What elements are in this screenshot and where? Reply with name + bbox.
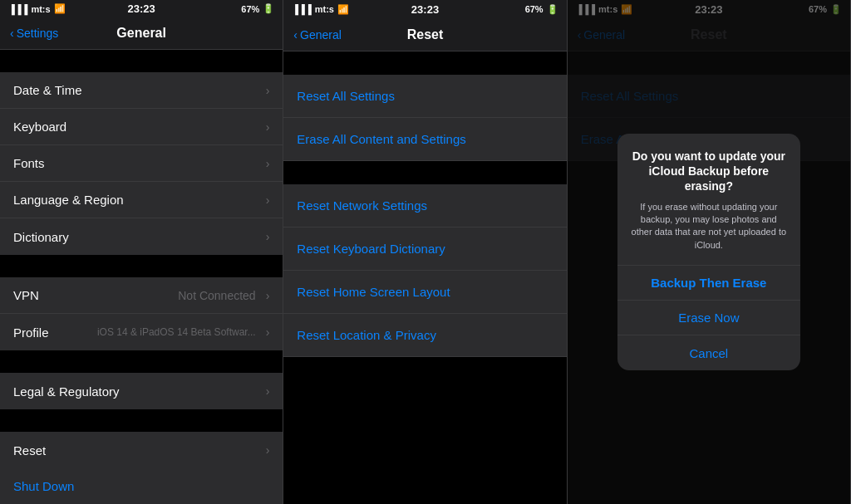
erase-all-content-label: Erase All Content and Settings (297, 132, 465, 146)
nav-bar-1: ‹ Settings General (0, 18, 283, 51)
battery-icon-1: 🔋 (263, 3, 274, 14)
section-1c: Legal & Regulatory › (0, 373, 283, 409)
vpn-label: VPN (13, 288, 39, 302)
list-item-vpn[interactable]: VPN Not Connected › (0, 277, 283, 314)
back-button-1[interactable]: ‹ Settings (10, 27, 58, 40)
backup-then-erase-button[interactable]: Backup Then Erase (617, 266, 800, 301)
wifi-icon-1: 📶 (54, 3, 66, 14)
list-item-dictionary[interactable]: Dictionary › (0, 218, 283, 255)
reset-all-settings[interactable]: Reset All Settings (283, 75, 566, 118)
chevron-profile: › (266, 325, 270, 339)
dictionary-label: Dictionary (13, 230, 69, 244)
status-right-1: 67% 🔋 (241, 3, 274, 14)
panel-reset-dialog: ▐▐▐ mt:s 📶 23:23 67% 🔋 ‹ General Reset R… (568, 0, 851, 504)
back-label-2: General (300, 28, 342, 42)
list-item-legal[interactable]: Legal & Regulatory › (0, 373, 283, 409)
nav-title-1: General (116, 26, 166, 41)
chevron-vpn: › (266, 289, 270, 302)
vpn-value: Not Connected (178, 289, 255, 302)
reset-network[interactable]: Reset Network Settings (283, 184, 566, 228)
shut-down-item[interactable]: Shut Down (0, 468, 283, 504)
battery-pct-1: 67% (241, 4, 259, 14)
reset-section-1: Reset All Settings Erase All Content and… (283, 75, 566, 161)
separator-1c (0, 350, 283, 373)
reset-keyboard-dict[interactable]: Reset Keyboard Dictionary (283, 228, 566, 271)
status-left-1: ▐▐▐ mt:s 📶 (8, 3, 66, 14)
list-item-language[interactable]: Language & Region › (0, 182, 283, 218)
chevron-legal: › (266, 384, 270, 398)
list-item-profile[interactable]: Profile iOS 14 & iPadOS 14 Beta Softwar.… (0, 314, 283, 350)
time-1: 23:23 (128, 2, 155, 15)
keyboard-label: Keyboard (13, 120, 66, 134)
legal-label: Legal & Regulatory (13, 384, 120, 399)
profile-value: iOS 14 & iPadOS 14 Beta Softwar... (97, 326, 256, 338)
carrier-2: mt:s (315, 4, 334, 14)
dialog-overlay: Do you want to update your iCloud Backup… (568, 0, 850, 504)
list-item-fonts[interactable]: Fonts › (0, 145, 283, 182)
section-1d: Reset › (0, 432, 283, 468)
signal-icon-1: ▐▐▐ (8, 4, 27, 14)
chevron-dictionary: › (266, 230, 270, 243)
reset-home-screen-label: Reset Home Screen Layout (297, 285, 450, 299)
profile-label: Profile (13, 325, 49, 340)
reset-all-settings-label: Reset All Settings (297, 89, 395, 103)
reset-section-2: Reset Network Settings Reset Keyboard Di… (283, 184, 566, 357)
panel-general: ▐▐▐ mt:s 📶 23:23 67% 🔋 ‹ Settings Genera… (0, 0, 283, 504)
list-item-keyboard[interactable]: Keyboard › (0, 109, 283, 145)
nav-title-2: Reset (407, 27, 444, 42)
separator-1a (0, 50, 283, 72)
erase-all-content[interactable]: Erase All Content and Settings (283, 118, 566, 161)
reset-location-privacy-label: Reset Location & Privacy (297, 328, 436, 342)
dialog-content: Do you want to update your iCloud Backup… (617, 134, 800, 265)
wifi-icon-2: 📶 (337, 4, 349, 15)
cancel-button[interactable]: Cancel (617, 335, 800, 370)
chevron-date-time: › (266, 84, 270, 97)
section-1b: VPN Not Connected › Profile iOS 14 & iPa… (0, 277, 283, 350)
fonts-label: Fonts (13, 156, 45, 170)
battery-pct-2: 67% (525, 4, 544, 14)
list-item-date-time[interactable]: Date & Time › (0, 72, 283, 109)
status-left-2: ▐▐▐ mt:s 📶 (292, 4, 349, 15)
section-1a: Date & Time › Keyboard › Fonts › Languag… (0, 72, 283, 255)
status-bar-2: ▐▐▐ mt:s 📶 23:23 67% 🔋 (283, 0, 566, 18)
chevron-back-icon-2: ‹ (293, 28, 298, 42)
shut-down-label: Shut Down (13, 479, 74, 493)
date-time-label: Date & Time (13, 83, 82, 97)
list-item-reset[interactable]: Reset › (0, 432, 283, 468)
chevron-back-icon-1: ‹ (10, 27, 14, 40)
reset-network-label: Reset Network Settings (297, 198, 427, 213)
chevron-fonts: › (266, 157, 270, 170)
carrier-1: mt:s (31, 4, 50, 14)
dialog-title: Do you want to update your iCloud Backup… (631, 149, 787, 194)
separator-2b (283, 161, 566, 184)
status-right-2: 67% 🔋 (525, 4, 558, 15)
reset-location-privacy[interactable]: Reset Location & Privacy (283, 314, 566, 357)
profile-right: iOS 14 & iPadOS 14 Beta Softwar... › (97, 325, 269, 339)
reset-label: Reset (13, 443, 46, 458)
chevron-language: › (266, 193, 270, 207)
reset-home-screen[interactable]: Reset Home Screen Layout (283, 271, 566, 314)
erase-now-button[interactable]: Erase Now (617, 301, 800, 335)
time-2: 23:23 (411, 3, 439, 16)
nav-bar-2: ‹ General Reset (283, 18, 566, 51)
separator-1d (0, 409, 283, 432)
back-label-1: Settings (17, 27, 59, 40)
language-label: Language & Region (13, 193, 124, 207)
back-button-2[interactable]: ‹ General (293, 28, 341, 42)
battery-icon-2: 🔋 (547, 4, 558, 15)
chevron-keyboard: › (266, 120, 270, 134)
panel-reset: ▐▐▐ mt:s 📶 23:23 67% 🔋 ‹ General Reset R… (283, 0, 567, 504)
vpn-right: Not Connected › (178, 289, 269, 302)
reset-keyboard-dict-label: Reset Keyboard Dictionary (297, 242, 445, 256)
status-bar-1: ▐▐▐ mt:s 📶 23:23 67% 🔋 (0, 0, 283, 18)
icloud-backup-dialog: Do you want to update your iCloud Backup… (617, 134, 800, 370)
separator-1b (0, 255, 283, 277)
signal-icon-2: ▐▐▐ (292, 4, 311, 14)
separator-2a (283, 51, 566, 75)
dialog-message: If you erase without updating your backu… (631, 201, 787, 252)
chevron-reset: › (266, 443, 270, 457)
